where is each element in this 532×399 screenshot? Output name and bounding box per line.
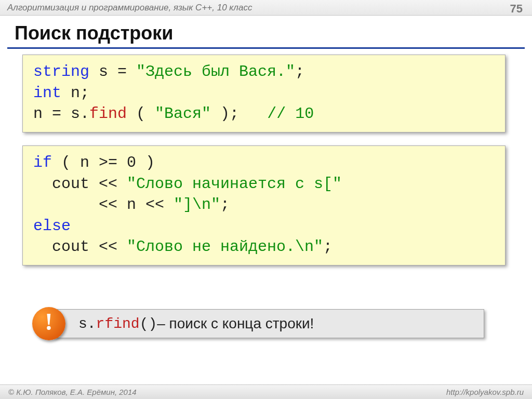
code-text: ; [295,63,304,81]
code-text: cout << [33,175,127,193]
code-text: ( [127,105,155,123]
page-title: Поиск подстроки [15,22,173,44]
method-rfind: rfind [96,316,140,332]
code-text: n = s. [33,105,89,123]
comment: // 10 [267,105,314,123]
keyword-string: string [33,63,89,81]
title-underline [7,47,525,49]
string-literal: "Слово начинается с s[" [127,175,342,193]
keyword-else: else [33,217,71,235]
code-text: ); [211,105,267,123]
slide: Алгоритмизация и программирование, язык … [0,0,532,399]
string-literal: "]\n" [174,196,220,214]
code-text: ; [323,238,332,256]
page-number: 75 [510,2,523,16]
code-text: n; [61,84,89,102]
exclamation: ! [45,310,52,334]
note-box: s.rfind() – поиск с конца строки! [53,309,484,338]
code-text: << n << [33,196,174,214]
string-literal: "Слово не найдено.\n" [127,238,323,256]
string-literal: "Вася" [155,105,211,123]
code-text: ; [220,196,230,214]
keyword-if: if [33,154,52,171]
note-code: () [140,316,157,332]
code-text: s = [89,63,136,81]
copyright: © К.Ю. Поляков, Е.А. Ерёмин, 2014 [8,388,137,396]
code-text: ( n >= 0 ) [52,154,155,171]
code-block-1: string s = "Здесь был Вася."; int n; n =… [22,55,506,132]
note: s.rfind() – поиск с конца строки! ! [32,309,484,338]
method-find: find [89,105,127,123]
footer-bar: © К.Ю. Поляков, Е.А. Ерёмин, 2014 http:/… [0,384,532,399]
string-literal: "Здесь был Вася." [136,63,295,81]
header-bar: Алгоритмизация и программирование, язык … [0,0,532,16]
footer-url: http://kpolyakov.spb.ru [446,388,524,396]
keyword-int: int [33,84,61,102]
breadcrumb: Алгоритмизация и программирование, язык … [7,3,252,13]
code-block-2: if ( n >= 0 ) cout << "Слово начинается … [22,145,506,265]
note-text: – поиск с конца строки! [157,315,314,332]
note-code: s. [78,316,96,332]
code-text: cout << [33,238,127,256]
attention-icon: ! [32,307,65,340]
